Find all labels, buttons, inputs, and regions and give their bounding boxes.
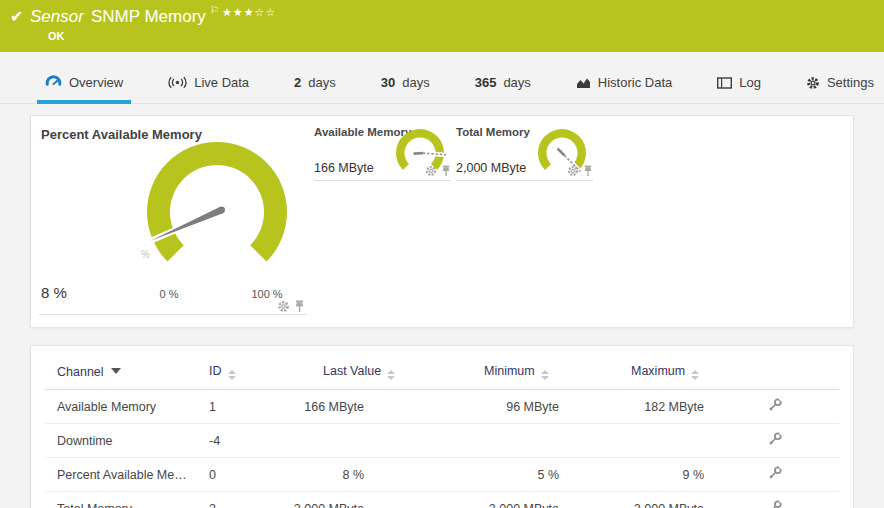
- tab-settings[interactable]: Settings: [806, 62, 874, 103]
- historic-chart-icon: [576, 77, 591, 89]
- gauges-panel: Percent Available Memory % 0 % 100 % 8 %…: [30, 115, 854, 328]
- log-icon: [717, 77, 732, 89]
- tab-label: Live Data: [194, 75, 249, 90]
- channel-name: Total Memory: [45, 492, 203, 508]
- sensor-title: SensorSNMP Memory⚐: [30, 4, 220, 27]
- gear-icon[interactable]: [277, 300, 290, 313]
- flag-icon[interactable]: ⚐: [210, 4, 220, 16]
- tab-live-data[interactable]: Live Data: [168, 62, 249, 103]
- pin-icon[interactable]: [441, 165, 451, 177]
- channel-last-value: [265, 424, 370, 458]
- sort-icon: [541, 370, 549, 380]
- total-memory-gauge-block: Total Memory 2,000 MByte: [456, 123, 593, 181]
- channel-table: Channel ID Last Value Minimum Maximum Av…: [45, 346, 839, 508]
- tab-label: Settings: [827, 75, 874, 90]
- mini-gauge-value: 166 MByte: [314, 161, 374, 175]
- available-memory-gauge-block: Available Memory 166 MByte: [314, 123, 451, 181]
- tab-365-days[interactable]: 365 days: [475, 62, 531, 103]
- tab-label: days: [402, 75, 429, 90]
- tab-bar: Overview Live Data 2 days 30 days 365 da…: [0, 62, 884, 104]
- table-row: Percent Available Memo... 0 8 % 5 % 9 %: [45, 458, 839, 492]
- tab-historic-data[interactable]: Historic Data: [576, 62, 672, 103]
- gauge-scale-max: 100 %: [237, 288, 297, 300]
- channel-name: Percent Available Memo...: [45, 458, 203, 492]
- tab-number: 2: [294, 75, 301, 90]
- stars-empty: ☆☆: [255, 6, 277, 18]
- column-header-actions: [710, 346, 839, 390]
- channel-minimum: 96 MByte: [370, 390, 565, 424]
- channel-maximum: [565, 424, 710, 458]
- tab-label: days: [308, 75, 335, 90]
- tab-log[interactable]: Log: [717, 62, 761, 103]
- channel-maximum: 182 MByte: [565, 390, 710, 424]
- column-header-maximum[interactable]: Maximum: [565, 346, 710, 390]
- edit-channel-wrench-icon[interactable]: [768, 466, 782, 480]
- channel-id: 2: [203, 492, 265, 508]
- sort-icon: [691, 370, 699, 380]
- sensor-header-bar: ✔ SensorSNMP Memory⚐ ★★★☆☆ OK: [0, 0, 884, 52]
- channel-id: 1: [203, 390, 265, 424]
- channel-name: Downtime: [45, 424, 203, 458]
- tab-label: days: [503, 75, 530, 90]
- channel-maximum: 2,000 MByte: [565, 492, 710, 508]
- table-header-row: Channel ID Last Value Minimum Maximum: [45, 346, 839, 390]
- gauge-icon: [45, 75, 62, 90]
- sort-icon: [387, 370, 395, 380]
- tab-30-days[interactable]: 30 days: [381, 62, 430, 103]
- tab-2-days[interactable]: 2 days: [294, 62, 336, 103]
- stars-filled: ★★★: [222, 6, 255, 18]
- gear-icon[interactable]: [567, 165, 579, 177]
- sensor-status-text: OK: [48, 30, 65, 42]
- channel-minimum: [370, 424, 565, 458]
- mini-gauge-title: Total Memory: [456, 126, 530, 138]
- tab-number: 365: [475, 75, 497, 90]
- divider: [39, 314, 307, 315]
- column-header-channel[interactable]: Channel: [45, 346, 203, 390]
- edit-channel-wrench-icon[interactable]: [768, 500, 782, 508]
- mini-gauge-value: 2,000 MByte: [456, 161, 526, 175]
- tab-label: Overview: [69, 75, 123, 90]
- gear-icon: [806, 76, 820, 90]
- column-header-last-value[interactable]: Last Value: [265, 346, 370, 390]
- channel-name: Available Memory: [45, 390, 203, 424]
- tab-label: Historic Data: [598, 75, 672, 90]
- tab-overview[interactable]: Overview: [45, 62, 123, 103]
- channel-table-panel: Channel ID Last Value Minimum Maximum Av…: [30, 345, 854, 508]
- channel-id: 0: [203, 458, 265, 492]
- table-row: Available Memory 1 166 MByte 96 MByte 18…: [45, 390, 839, 424]
- sort-icon: [228, 370, 236, 380]
- channel-minimum: 2,000 MByte: [370, 492, 565, 508]
- live-data-icon: [168, 76, 187, 89]
- percent-available-memory-gauge: %: [137, 132, 297, 292]
- tab-label: Log: [739, 75, 761, 90]
- pin-icon[interactable]: [583, 165, 593, 177]
- sort-desc-icon: [111, 368, 121, 374]
- channel-last-value: 8 %: [265, 458, 370, 492]
- main-gauge-value: 8 %: [41, 284, 67, 301]
- sensor-name: SNMP Memory: [91, 7, 206, 26]
- pin-icon[interactable]: [294, 300, 305, 313]
- edit-channel-wrench-icon[interactable]: [768, 432, 782, 446]
- status-ok-check-icon: ✔: [10, 7, 23, 26]
- column-header-minimum[interactable]: Minimum: [370, 346, 565, 390]
- gauge-unit-label: %: [141, 249, 150, 260]
- gear-icon[interactable]: [425, 165, 437, 177]
- sensor-kind-label: Sensor: [30, 7, 84, 26]
- channel-last-value: 2,000 MByte: [265, 492, 370, 508]
- tab-number: 30: [381, 75, 395, 90]
- channel-minimum: 5 %: [370, 458, 565, 492]
- table-row: Total Memory 2 2,000 MByte 2,000 MByte 2…: [45, 492, 839, 508]
- channel-last-value: 166 MByte: [265, 390, 370, 424]
- gauge-scale-min: 0 %: [149, 288, 189, 300]
- edit-channel-wrench-icon[interactable]: [768, 398, 782, 412]
- channel-maximum: 9 %: [565, 458, 710, 492]
- channel-id: -4: [203, 424, 265, 458]
- table-row: Downtime -4: [45, 424, 839, 458]
- column-header-id[interactable]: ID: [203, 346, 265, 390]
- priority-stars[interactable]: ★★★☆☆: [222, 6, 276, 19]
